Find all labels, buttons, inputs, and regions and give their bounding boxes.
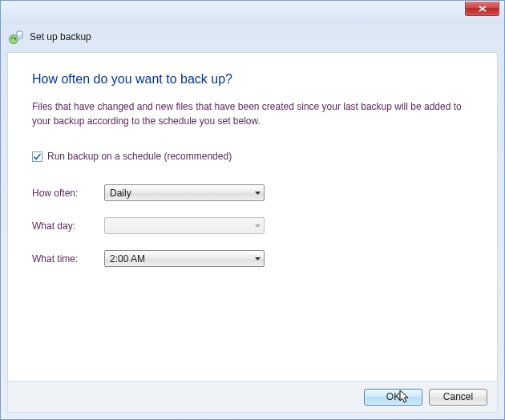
backup-icon xyxy=(9,30,23,44)
checkmark-icon xyxy=(33,152,42,161)
how-often-label: How often: xyxy=(32,188,104,199)
content-area: How often do you want to back up? Files … xyxy=(7,52,498,387)
chevron-down-icon xyxy=(255,192,261,195)
what-time-row: What time: 2:00 AM xyxy=(32,250,473,267)
wizard-window: Set up backup How often do you want to b… xyxy=(0,0,505,420)
what-day-dropdown xyxy=(104,217,265,234)
button-bar: OK Cancel xyxy=(7,381,498,413)
schedule-checkbox[interactable] xyxy=(32,151,42,162)
what-day-row: What day: xyxy=(32,217,473,234)
cancel-button[interactable]: Cancel xyxy=(429,389,487,406)
how-often-row: How often: Daily xyxy=(32,184,473,201)
window-title: Set up backup xyxy=(30,31,91,42)
what-time-label: What time: xyxy=(32,253,104,265)
how-often-value: Daily xyxy=(110,188,131,199)
ok-button[interactable]: OK xyxy=(364,389,422,406)
what-time-dropdown[interactable]: 2:00 AM xyxy=(104,250,265,267)
description-text: Files that have changed and new files th… xyxy=(32,99,473,128)
schedule-checkbox-label: Run backup on a schedule (recommended) xyxy=(47,151,232,162)
close-icon xyxy=(479,6,487,12)
svg-rect-2 xyxy=(18,32,22,34)
what-day-label: What day: xyxy=(32,220,104,232)
close-button[interactable] xyxy=(465,2,499,16)
chevron-down-icon xyxy=(255,224,261,228)
titlebar xyxy=(1,1,504,25)
chevron-down-icon xyxy=(255,257,261,260)
header-row: Set up backup xyxy=(1,25,504,52)
page-heading: How often do you want to back up? xyxy=(32,72,473,87)
what-time-value: 2:00 AM xyxy=(110,253,145,265)
how-often-dropdown[interactable]: Daily xyxy=(104,184,265,201)
schedule-checkbox-row: Run backup on a schedule (recommended) xyxy=(32,151,473,162)
